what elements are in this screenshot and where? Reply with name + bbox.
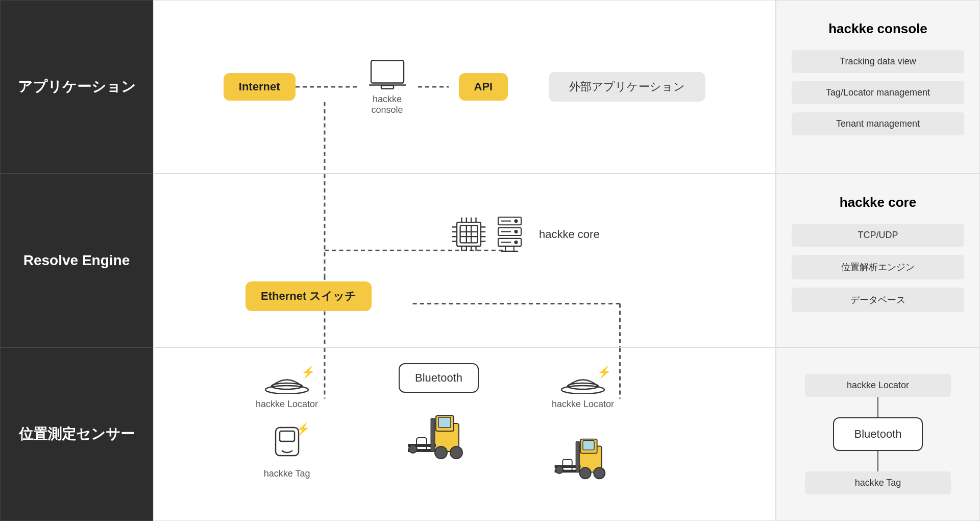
sensor-feature-cell: hackke Locator Bluetooth hackke Tag (776, 347, 980, 521)
sensor-locator-item: hackke Locator (805, 374, 951, 397)
svg-rect-1 (371, 61, 404, 83)
console-label: hackkeconsole (371, 94, 403, 115)
sensor-bluetooth-box: Bluetooth (833, 417, 923, 451)
svg-rect-65 (583, 440, 594, 449)
svg-point-58 (450, 446, 462, 459)
svg-rect-3 (381, 85, 394, 88)
tag-locator-mgmt-item: Tag/Locator management (792, 81, 964, 104)
svg-point-37 (515, 230, 518, 233)
app-layer-label: アプリケーション (0, 0, 153, 174)
console-feature-cell: hackke console Tracking data view Tag/Lo… (776, 0, 980, 174)
svg-rect-53 (438, 417, 451, 428)
sensor-layer-label: 位置測定センサー (0, 347, 153, 521)
svg-point-71 (555, 466, 563, 473)
locator1-label: hackke Locator (256, 399, 318, 410)
bluetooth-box-center: Bluetooth (399, 363, 479, 393)
resolve-layer-diagram: hackke core Ethernet スイッチ (153, 174, 776, 347)
tenant-mgmt-item: Tenant management (792, 112, 964, 135)
internet-box: Internet (224, 73, 296, 101)
main-grid: アプリケーション Internet hackkeconsole (0, 0, 980, 521)
svg-rect-12 (460, 226, 478, 243)
svg-point-57 (435, 446, 447, 459)
svg-rect-68 (576, 441, 579, 472)
tag-label: hackke Tag (264, 468, 310, 479)
svg-rect-56 (431, 418, 435, 452)
svg-point-36 (515, 220, 518, 222)
svg-point-38 (515, 241, 518, 244)
resolve-layer-label: Resolve Engine (0, 174, 153, 347)
console-title: hackke console (828, 21, 927, 37)
app-layer-diagram: Internet hackkeconsole (153, 0, 776, 174)
svg-point-59 (409, 445, 417, 453)
svg-point-69 (580, 467, 591, 479)
svg-rect-50 (280, 431, 295, 441)
database-item: データベース (792, 288, 964, 312)
api-box: API (459, 73, 508, 101)
sensor-layer-diagram: ⚡ hackke Locator ⚡ hackke Tag Blueto (153, 347, 776, 521)
tcp-udp-item: TCP/UDP (792, 224, 964, 247)
tracking-data-item: Tracking data view (792, 50, 964, 73)
position-engine-item: 位置解析エンジン (792, 255, 964, 279)
hackke-core-label: hackke core (539, 228, 600, 241)
core-feature-cell: hackke core TCP/UDP 位置解析エンジン データベース (776, 174, 980, 347)
core-title: hackke core (840, 195, 916, 210)
svg-point-70 (594, 467, 605, 479)
locator2-label: hackke Locator (552, 399, 614, 410)
sensor-tag-item: hackke Tag (805, 471, 951, 494)
external-app-box: 外部アプリケーション (549, 72, 705, 102)
ethernet-switch-box: Ethernet スイッチ (246, 281, 372, 311)
